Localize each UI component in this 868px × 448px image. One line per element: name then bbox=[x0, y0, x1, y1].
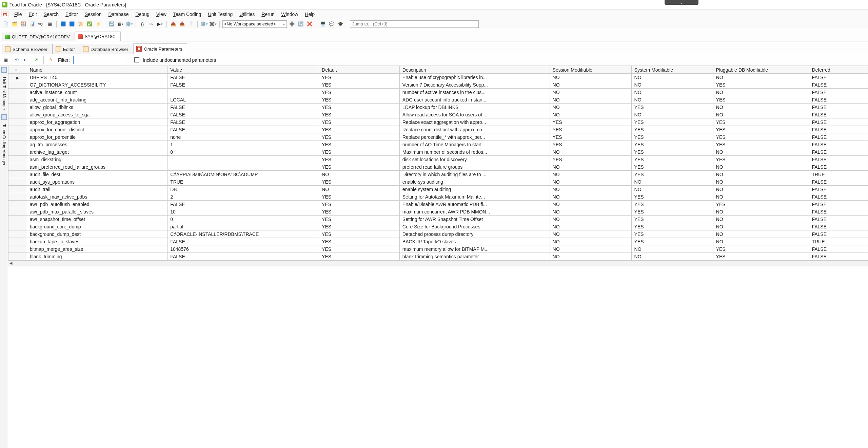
monitor-icon[interactable]: 🖥️ bbox=[319, 20, 327, 28]
cell-value[interactable]: FALSE bbox=[167, 74, 319, 81]
cell-desc[interactable]: maximum memory allow for BITMAP M... bbox=[399, 245, 550, 253]
cell-name[interactable]: DBFIPS_140 bbox=[27, 74, 167, 81]
menu-view[interactable]: View bbox=[153, 11, 170, 18]
include-undoc-checkbox[interactable] bbox=[134, 57, 139, 62]
cell-pdb[interactable]: NO bbox=[713, 178, 809, 186]
table-row[interactable]: background_dump_destC:\ORACLE-INSTALLER\… bbox=[8, 230, 868, 238]
horizontal-scrollbar[interactable]: ◀ bbox=[8, 260, 868, 266]
cell-pdb[interactable]: NO bbox=[713, 171, 809, 178]
cell-desc[interactable]: Detached process dump directory bbox=[399, 230, 550, 238]
cell-defr[interactable]: FALSE bbox=[809, 245, 868, 253]
table-row[interactable]: backup_tape_io_slavesFALSEYESBACKUP Tape… bbox=[8, 238, 868, 245]
cell-sys[interactable]: YES bbox=[631, 223, 713, 230]
cell-name[interactable]: audit_trail bbox=[27, 186, 167, 193]
cell-default[interactable]: YES bbox=[319, 223, 400, 230]
cell-sess[interactable]: NO bbox=[550, 208, 631, 216]
ws-del-icon[interactable]: ❌ bbox=[306, 20, 313, 28]
cell-value[interactable]: none bbox=[167, 133, 319, 141]
gear-del-dd-icon[interactable]: ✖️ bbox=[209, 20, 217, 28]
column-header[interactable]: Deferred bbox=[809, 66, 868, 74]
cell-defr[interactable]: FALSE bbox=[809, 111, 868, 118]
hat-icon[interactable]: 🎓 bbox=[337, 20, 344, 28]
column-header[interactable]: Default bbox=[319, 66, 400, 74]
cell-default[interactable]: YES bbox=[319, 156, 400, 163]
ws-refresh-icon[interactable]: 🔄 bbox=[297, 20, 304, 28]
cell-defr[interactable]: FALSE bbox=[809, 141, 868, 148]
cell-sys[interactable]: YES bbox=[631, 208, 713, 216]
lightning-icon[interactable]: ⚡ bbox=[95, 20, 102, 28]
cell-sess[interactable]: NO bbox=[550, 230, 631, 238]
cell-sess[interactable]: NO bbox=[550, 96, 631, 104]
cell-pdb[interactable]: YES bbox=[713, 156, 809, 163]
menu-edit[interactable]: Edit bbox=[25, 11, 40, 18]
cell-value[interactable]: FALSE bbox=[167, 104, 319, 111]
cell-value[interactable]: FALSE bbox=[167, 238, 319, 245]
cell-value[interactable]: FALSE bbox=[167, 253, 319, 260]
cell-sess[interactable]: YES bbox=[550, 141, 631, 148]
cell-defr[interactable]: TRUE bbox=[809, 238, 868, 245]
cell-sess[interactable]: NO bbox=[550, 238, 631, 245]
chevron-down-icon[interactable]: ▾ bbox=[24, 58, 25, 62]
cell-desc[interactable]: Maximum number of seconds of redos... bbox=[399, 148, 550, 156]
cell-sess[interactable]: YES bbox=[550, 156, 631, 163]
cell-value[interactable]: FALSE bbox=[167, 81, 319, 89]
cell-value[interactable]: TRUE bbox=[167, 178, 319, 186]
top-drag-handle[interactable]: ⌄ bbox=[665, 0, 698, 5]
menu-utilities[interactable]: Utilities bbox=[236, 11, 258, 18]
table-row[interactable]: ▶DBFIPS_140FALSEYESEnable use of crypogr… bbox=[8, 74, 868, 81]
cell-default[interactable]: YES bbox=[319, 193, 400, 201]
cell-name[interactable]: aq_tm_processes bbox=[27, 141, 167, 148]
cell-sess[interactable]: NO bbox=[550, 163, 631, 171]
table-row[interactable]: asm_preferred_read_failure_groupsYESpref… bbox=[8, 163, 868, 171]
page-check-icon[interactable]: ✅ bbox=[86, 20, 93, 28]
cell-sys[interactable]: YES bbox=[631, 156, 713, 163]
cell-desc[interactable]: Replace exact aggregation with appro... bbox=[399, 118, 550, 126]
table-row[interactable]: awr_pdb_autoflush_enabledFALSEYESEnable/… bbox=[8, 201, 868, 208]
rail-team-icon[interactable] bbox=[1, 114, 7, 120]
cell-desc[interactable]: Setting for AWR Snapshot Time Offset bbox=[399, 216, 550, 223]
cell-name[interactable]: audit_sys_operations bbox=[27, 178, 167, 186]
cell-sess[interactable]: NO bbox=[550, 201, 631, 208]
cell-desc[interactable]: Core Size for Background Processes bbox=[399, 223, 550, 230]
cell-default[interactable]: YES bbox=[319, 96, 400, 104]
window-blue-icon[interactable]: 🟦 bbox=[59, 20, 67, 28]
cell-name[interactable]: approx_for_percentile bbox=[27, 133, 167, 141]
cell-sys[interactable]: YES bbox=[631, 118, 713, 126]
table-row[interactable]: archive_lag_target0YESMaximum number of … bbox=[8, 148, 868, 156]
cell-desc[interactable]: Replace percentile_* with approx_per... bbox=[399, 133, 550, 141]
cell-name[interactable]: awr_pdb_max_parallel_slaves bbox=[27, 208, 167, 216]
cell-value[interactable]: 0 bbox=[167, 216, 319, 223]
cell-pdb[interactable]: NO bbox=[713, 230, 809, 238]
table-row[interactable]: allow_group_access_to_sgaFALSEYESAllow r… bbox=[8, 111, 868, 118]
cell-name[interactable]: awr_pdb_autoflush_enabled bbox=[27, 201, 167, 208]
cell-sys[interactable]: NO bbox=[631, 89, 713, 96]
document-tab[interactable]: Database Browser bbox=[80, 44, 133, 54]
cell-sess[interactable]: YES bbox=[550, 133, 631, 141]
cell-pdb[interactable]: NO bbox=[713, 216, 809, 223]
cell-pdb[interactable]: NO bbox=[713, 238, 809, 245]
cell-sys[interactable]: YES bbox=[631, 230, 713, 238]
cell-sess[interactable]: YES bbox=[550, 126, 631, 133]
cell-defr[interactable]: FALSE bbox=[809, 104, 868, 111]
cell-value[interactable]: FALSE bbox=[167, 126, 319, 133]
cell-defr[interactable]: FALSE bbox=[809, 163, 868, 171]
cell-desc[interactable]: Allow read access for SGA to users of ..… bbox=[399, 111, 550, 118]
cell-name[interactable]: approx_for_aggregation bbox=[27, 118, 167, 126]
cell-desc[interactable]: maximum concurrent AWR PDB MMON... bbox=[399, 208, 550, 216]
table-row[interactable]: aq_tm_processes1YESnumber of AQ Time Man… bbox=[8, 141, 868, 148]
cell-sess[interactable]: NO bbox=[550, 74, 631, 81]
cell-pdb[interactable]: YES bbox=[713, 133, 809, 141]
column-header[interactable]: Name bbox=[27, 66, 167, 74]
cell-sys[interactable]: YES bbox=[631, 163, 713, 171]
cell-sess[interactable]: NO bbox=[550, 178, 631, 186]
cell-default[interactable]: YES bbox=[319, 238, 400, 245]
cell-defr[interactable]: FALSE bbox=[809, 193, 868, 201]
cell-name[interactable]: awr_snapshot_time_offset bbox=[27, 216, 167, 223]
cell-pdb[interactable]: NO bbox=[713, 223, 809, 230]
cell-value[interactable]: FALSE bbox=[167, 118, 319, 126]
cell-defr[interactable]: FALSE bbox=[809, 208, 868, 216]
table-row[interactable]: awr_snapshot_time_offset0YESSetting for … bbox=[8, 216, 868, 223]
cell-name[interactable]: active_instance_count bbox=[27, 89, 167, 96]
cell-sys[interactable]: NO bbox=[631, 178, 713, 186]
ws-add-icon[interactable]: ➕ bbox=[288, 20, 296, 28]
